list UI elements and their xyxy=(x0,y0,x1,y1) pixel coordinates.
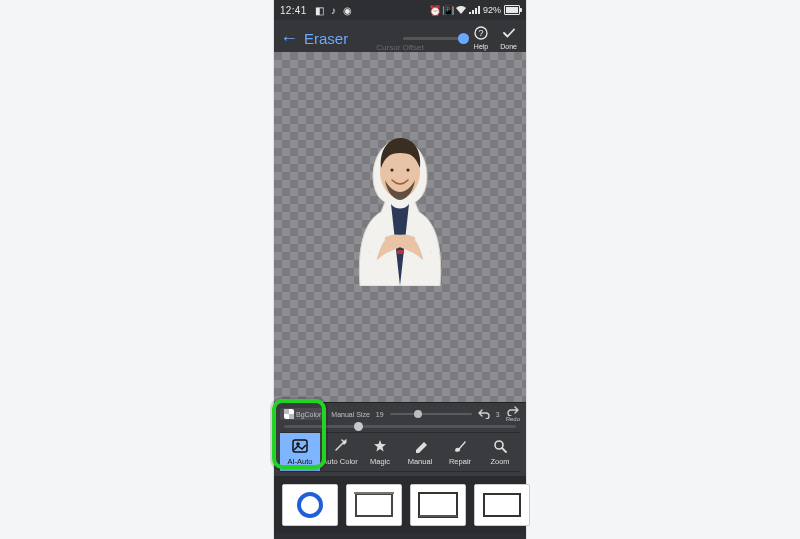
subject-cutout xyxy=(345,126,455,286)
redo-icon xyxy=(507,406,519,416)
status-time: 12:41 xyxy=(280,5,307,16)
messenger-icon: ◉ xyxy=(343,5,353,15)
zoom-icon xyxy=(493,439,507,455)
svg-rect-15 xyxy=(419,493,457,517)
bgcolor-icon xyxy=(284,409,294,419)
wand-icon xyxy=(333,439,347,455)
battery-icon xyxy=(504,5,520,15)
mode-repair[interactable]: Repair xyxy=(440,433,480,471)
bgcolor-label: BgColor xyxy=(296,411,321,418)
svg-rect-13 xyxy=(356,494,392,516)
check-icon xyxy=(502,26,516,42)
mode-manual[interactable]: Manual xyxy=(400,433,440,471)
star-icon xyxy=(373,439,387,455)
svg-rect-7 xyxy=(284,409,289,414)
back-icon[interactable]: ← xyxy=(280,29,298,47)
thumb-frame-1[interactable] xyxy=(346,484,402,526)
mode-magic-label: Magic xyxy=(370,457,390,466)
svg-point-4 xyxy=(406,168,409,171)
params-row: BgColor Manual Size 19 3 Redo xyxy=(280,405,520,423)
done-button[interactable]: Done xyxy=(497,26,520,50)
signal-icon xyxy=(469,6,480,14)
mode-repair-label: Repair xyxy=(449,457,471,466)
redo-button[interactable]: Redo xyxy=(506,406,520,422)
redo-label: Redo xyxy=(506,416,520,422)
tiktok-icon: ♪ xyxy=(329,5,339,15)
svg-rect-14 xyxy=(354,492,394,494)
status-bar: 12:41 ◧ ♪ ◉ ⏰ 📳 92% xyxy=(274,0,526,20)
alarm-icon: ⏰ xyxy=(430,5,440,15)
brush-size-slider[interactable] xyxy=(390,413,472,415)
bgcolor-chip[interactable]: BgColor xyxy=(280,408,325,420)
svg-rect-17 xyxy=(484,494,520,516)
mode-zoom-label: Zoom xyxy=(490,457,509,466)
mode-ai-auto[interactable]: AI-Auto xyxy=(280,433,320,471)
thumb-ring[interactable] xyxy=(282,484,338,526)
gallery-icon: ◧ xyxy=(315,5,325,15)
mode-auto-color[interactable]: Auto Color xyxy=(320,433,360,471)
done-label: Done xyxy=(500,43,517,50)
mode-ai-auto-label: AI-Auto xyxy=(287,457,312,466)
mode-auto-color-label: Auto Color xyxy=(322,457,357,466)
battery-pct: 92% xyxy=(483,5,501,15)
svg-point-3 xyxy=(390,168,393,171)
svg-rect-5 xyxy=(397,250,404,254)
undo-button[interactable] xyxy=(478,409,490,419)
undo-icon xyxy=(478,409,490,419)
mode-tabs: AI-Auto Auto Color Magic Manual xyxy=(280,432,520,472)
help-button[interactable]: ? Help xyxy=(471,26,491,50)
svg-text:?: ? xyxy=(479,28,484,38)
mode-magic[interactable]: Magic xyxy=(360,433,400,471)
mode-manual-label: Manual xyxy=(408,457,433,466)
eraser-icon xyxy=(413,439,427,455)
thumb-frame-2[interactable] xyxy=(410,484,466,526)
svg-rect-16 xyxy=(419,515,457,517)
brush-icon xyxy=(453,439,467,455)
editing-canvas[interactable] xyxy=(274,52,526,402)
help-icon: ? xyxy=(474,26,488,42)
svg-rect-8 xyxy=(289,414,294,419)
thumbnail-carousel[interactable] xyxy=(274,476,526,533)
vibrate-icon: 📳 xyxy=(443,5,453,15)
app-frame: 12:41 ◧ ♪ ◉ ⏰ 📳 92% ← Eraser ? Help xyxy=(274,0,526,539)
redo-count: 3 xyxy=(496,411,500,418)
brush-size-value: 19 xyxy=(376,411,384,418)
mode-zoom[interactable]: Zoom xyxy=(480,433,520,471)
svg-point-12 xyxy=(299,494,321,516)
tool-panel: BgColor Manual Size 19 3 Redo AI-Auto xyxy=(274,402,526,476)
manual-size-label: Manual Size xyxy=(331,411,370,418)
cursor-offset-slider[interactable] xyxy=(403,37,465,40)
page-title: Eraser xyxy=(304,30,348,47)
ai-auto-icon xyxy=(292,439,308,455)
help-label: Help xyxy=(474,43,488,50)
secondary-slider[interactable] xyxy=(284,425,516,428)
thumb-frame-3[interactable] xyxy=(474,484,530,526)
wifi-icon xyxy=(456,5,466,15)
